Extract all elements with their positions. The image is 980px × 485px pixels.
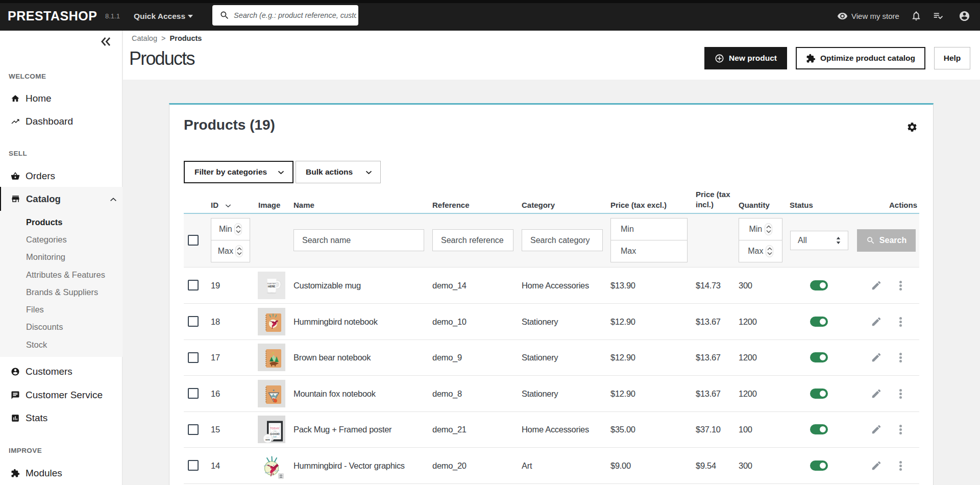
svg-text:HERE: HERE [268, 285, 276, 288]
svg-text:— IS A —: — IS A — [272, 430, 279, 432]
svg-text:TODAY: TODAY [270, 427, 280, 430]
svg-text:GOOD: GOOD [270, 432, 280, 435]
svg-text:HERE: HERE [265, 439, 270, 441]
svg-text:DAY: DAY [273, 436, 277, 438]
